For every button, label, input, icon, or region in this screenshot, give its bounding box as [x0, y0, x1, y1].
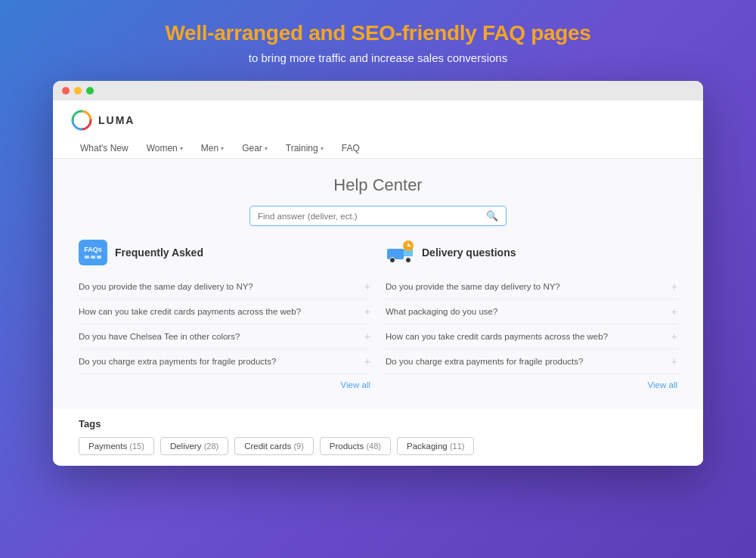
- faq-item-4[interactable]: Do you charge extra payments for fragile…: [79, 349, 370, 374]
- dot-green: [86, 87, 94, 95]
- faq-right-item-1[interactable]: Do you provide the same day delivery to …: [386, 274, 677, 299]
- dot-yellow: [74, 87, 82, 95]
- tag-payments[interactable]: Payments (15): [79, 437, 154, 455]
- faq-right-section: Delivery questions Do you provide the sa…: [386, 240, 677, 395]
- tag-delivery[interactable]: Delivery (28): [160, 437, 228, 455]
- search-input[interactable]: [258, 212, 486, 221]
- site-nav: What's New Women ▾ Men ▾ Gear ▾ Training…: [71, 138, 685, 158]
- faq-grid: FAQs Frequently Asked Do you provide the…: [71, 240, 685, 395]
- nav-whats-new[interactable]: What's New: [71, 138, 138, 158]
- logo-row: LUMA: [71, 110, 685, 131]
- faq-right-title: Delivery questions: [422, 246, 516, 259]
- search-icon: 🔍: [486, 210, 498, 222]
- faq-item-text: What packaging do you use?: [386, 307, 665, 316]
- logo-text: LUMA: [98, 114, 135, 126]
- browser-chrome: [53, 81, 703, 101]
- subheadline: to bring more traffic and increase sales…: [249, 51, 507, 64]
- headline: Well-arranged and SEO-friendly FAQ pages: [165, 21, 590, 45]
- faq-plus-icon: +: [671, 330, 677, 343]
- nav-women[interactable]: Women ▾: [138, 138, 192, 158]
- faq-right-item-3[interactable]: How can you take credit cards payments a…: [386, 324, 677, 349]
- tags-title: Tags: [79, 418, 677, 429]
- faq-item-text: How can you take credit cards payments a…: [79, 307, 358, 316]
- tag-credit-cards[interactable]: Credit cards (9): [234, 437, 314, 455]
- faq-item-3[interactable]: Do you have Chelsea Tee in other colors?…: [79, 324, 370, 349]
- tags-list: Payments (15) Delivery (28) Credit cards…: [79, 437, 677, 455]
- faq-item-text: Do you provide the same day delivery to …: [79, 282, 358, 291]
- site-content: LUMA What's New Women ▾ Men ▾ Gear ▾ Tra…: [53, 101, 703, 466]
- faq-right-item-2[interactable]: What packaging do you use? +: [386, 299, 677, 324]
- faq-left-title: Frequently Asked: [115, 246, 203, 259]
- nav-faq[interactable]: FAQ: [333, 138, 369, 158]
- svg-point-3: [390, 258, 395, 263]
- dot-red: [62, 87, 70, 95]
- svg-rect-1: [387, 249, 404, 259]
- help-center-section: Help Center 🔍 FAQs: [53, 159, 703, 409]
- help-center-title: Help Center: [71, 175, 685, 195]
- faq-item-2[interactable]: How can you take credit cards payments a…: [79, 299, 370, 324]
- faq-right-header: Delivery questions: [386, 240, 677, 265]
- faq-item-text: Do you have Chelsea Tee in other colors?: [79, 332, 358, 341]
- site-header: LUMA What's New Women ▾ Men ▾ Gear ▾ Tra…: [53, 101, 703, 159]
- faq-plus-icon: +: [364, 330, 370, 343]
- tag-products[interactable]: Products (48): [320, 437, 391, 455]
- browser-window: LUMA What's New Women ▾ Men ▾ Gear ▾ Tra…: [53, 81, 703, 466]
- faq-item-text: Do you charge extra payments for fragile…: [386, 357, 665, 366]
- svg-point-4: [406, 258, 411, 263]
- faq-plus-icon: +: [671, 305, 677, 318]
- faq-left-header: FAQs Frequently Asked: [79, 240, 370, 265]
- tag-packaging[interactable]: Packaging (11): [397, 437, 474, 455]
- view-all-left[interactable]: View all: [79, 374, 370, 395]
- faq-plus-icon: +: [671, 355, 677, 367]
- nav-men[interactable]: Men ▾: [192, 138, 233, 158]
- delivery-truck-icon: [386, 240, 414, 265]
- view-all-right[interactable]: View all: [386, 374, 677, 395]
- faq-left-section: FAQs Frequently Asked Do you provide the…: [79, 240, 370, 395]
- faq-plus-icon: +: [671, 281, 677, 293]
- faq-plus-icon: +: [364, 281, 370, 293]
- tags-section: Tags Payments (15) Delivery (28) Credit …: [53, 409, 703, 466]
- faq-plus-icon: +: [364, 305, 370, 318]
- nav-training[interactable]: Training ▾: [277, 138, 333, 158]
- faq-icon-box: FAQs: [79, 240, 107, 265]
- faq-item-text: Do you provide the same day delivery to …: [386, 282, 665, 291]
- faq-plus-icon: +: [364, 355, 370, 367]
- faq-item-text: Do you charge extra payments for fragile…: [79, 357, 358, 366]
- nav-gear[interactable]: Gear ▾: [233, 138, 277, 158]
- faq-item-1[interactable]: Do you provide the same day delivery to …: [79, 274, 370, 299]
- faq-item-text: How can you take credit cards payments a…: [386, 332, 665, 341]
- faq-right-item-4[interactable]: Do you charge extra payments for fragile…: [386, 349, 677, 374]
- search-bar[interactable]: 🔍: [249, 206, 507, 226]
- luma-logo-icon: [71, 110, 92, 131]
